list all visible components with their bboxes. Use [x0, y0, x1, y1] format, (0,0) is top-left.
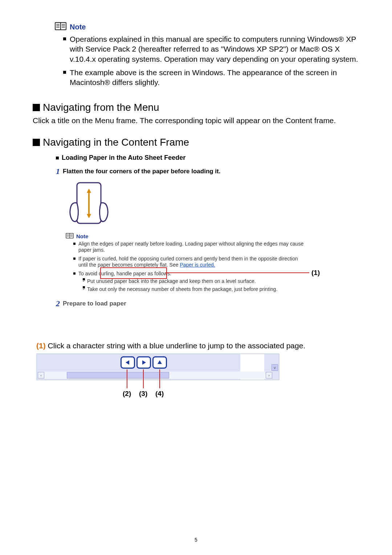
page-number: 5: [0, 537, 392, 543]
horizontal-scrollbar[interactable]: ‹ ›: [38, 372, 272, 379]
inner-sub: Put unused paper back into the package a…: [83, 278, 305, 292]
inner-bullet: To avoid curling, handle paper as follow…: [73, 271, 305, 293]
caption-prefix: (1): [36, 341, 46, 350]
inner-bullet: If paper is curled, hold the opposing cu…: [73, 256, 305, 268]
caption-body: Click a character string with a blue und…: [46, 341, 306, 350]
note-bullet: The example above is the screen in Windo…: [63, 68, 359, 88]
step-1: 1 Flatten the four corners of the paper …: [56, 167, 305, 176]
callout-label-2: (2): [123, 390, 131, 398]
nav-forward-button[interactable]: [136, 356, 151, 369]
note-block: Note Operations explained in this manual…: [54, 22, 359, 87]
scroll-down-arrow-icon[interactable]: v: [271, 364, 278, 371]
svg-marker-23: [142, 360, 146, 365]
note-bullet: Operations explained in this manual are …: [63, 34, 359, 64]
note-header: Note: [54, 22, 359, 32]
note-bullets: Operations explained in this manual are …: [63, 34, 359, 87]
step-text: Flatten the four corners of the paper be…: [63, 168, 220, 175]
svg-rect-15: [70, 234, 73, 238]
section-heading-content: Navigating in the Content Frame: [33, 137, 359, 148]
paper-illustration: [62, 181, 305, 229]
nav-back-button[interactable]: [121, 356, 135, 369]
svg-marker-22: [126, 360, 129, 365]
svg-marker-24: [158, 360, 162, 364]
content-shot-wrapper: Loading Paper in the Auto Sheet Feeder 1…: [33, 150, 359, 336]
step-text: Prepare to load paper: [63, 300, 126, 307]
nav-callouts: (2) (3) (4): [36, 380, 279, 398]
nav-buttons: [121, 356, 167, 369]
svg-rect-2: [61, 23, 66, 29]
section-title: Navigating in the Content Frame: [43, 137, 189, 148]
note-icon: [65, 233, 74, 240]
svg-rect-14: [66, 234, 70, 238]
content-title: Loading Paper in the Auto Sheet Feeder: [62, 154, 305, 162]
section-title: Navigating from the Menu: [43, 102, 159, 113]
inner-bullet: Align the edges of paper neatly before l…: [73, 241, 305, 254]
callout-label-1: (1): [311, 269, 320, 277]
step-number: 1: [56, 167, 60, 176]
paper-curled-link[interactable]: Paper is curled.: [180, 262, 215, 268]
scroll-right-arrow-icon[interactable]: ›: [266, 372, 272, 378]
svg-rect-1: [56, 23, 60, 29]
content-screenshot: Loading Paper in the Auto Sheet Feeder 1…: [44, 150, 305, 336]
step-number: 2: [56, 299, 60, 308]
inner-bullet-text: To avoid curling, handle paper as follow…: [78, 271, 171, 276]
note-icon: [54, 22, 67, 32]
step-2: 2 Prepare to load paper: [56, 299, 305, 308]
inner-sub-item: Take out only the necessary number of sh…: [83, 286, 305, 293]
note-label: Note: [70, 23, 86, 31]
inner-sub-item: Put unused paper back into the package a…: [83, 278, 305, 285]
scroll-left-arrow-icon[interactable]: ‹: [38, 372, 44, 378]
caption-1: (1) Click a character string with a blue…: [36, 341, 359, 351]
section-heading-menu: Navigating from the Menu: [33, 102, 359, 113]
nav-shot-wrap: ‹ › v (2) (3) (4): [36, 353, 279, 398]
inner-note: Note Align the edges of paper neatly bef…: [65, 233, 305, 293]
nav-bar-screenshot: ‹ › v: [36, 353, 279, 380]
nav-up-button[interactable]: [152, 356, 167, 369]
inner-bullets: Align the edges of paper neatly before l…: [73, 241, 305, 293]
callout-label-3: (3): [139, 390, 147, 398]
inner-note-label: Note: [76, 233, 88, 239]
square-bullet-icon: [33, 139, 40, 146]
callout-label-4: (4): [155, 390, 164, 398]
inner-note-header: Note: [65, 233, 305, 240]
scroll-thumb[interactable]: [67, 372, 169, 378]
section-body: Click a title on the Menu frame. The cor…: [33, 116, 359, 125]
square-bullet-icon: [33, 104, 40, 111]
